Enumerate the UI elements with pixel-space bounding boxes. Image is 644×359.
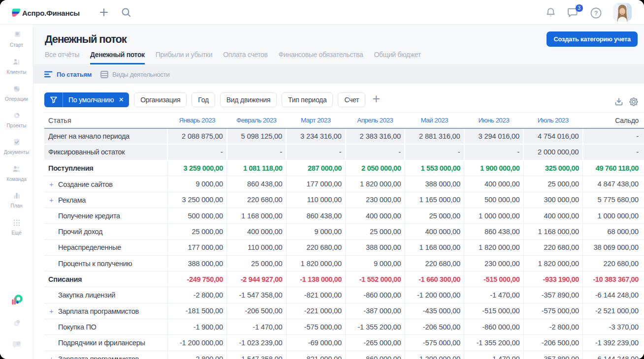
svg-text:?: ?: [594, 9, 598, 16]
